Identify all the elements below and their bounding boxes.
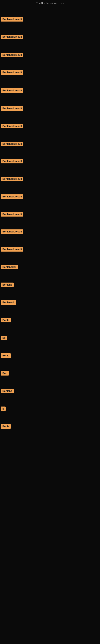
result-row: Bottleneck result bbox=[1, 17, 23, 22]
result-row: Bottleneck result bbox=[1, 159, 23, 164]
bottleneck-badge[interactable]: Bottleneck result bbox=[1, 34, 23, 39]
result-row: Bottleneck result bbox=[1, 142, 23, 147]
result-row: Bottleneck result bbox=[1, 53, 23, 58]
result-row: Bottle bbox=[1, 318, 11, 323]
result-row: Bottleneck result bbox=[1, 34, 23, 40]
result-row: Bottleneck result bbox=[1, 88, 23, 94]
bottleneck-badge[interactable]: Bottleneck bbox=[1, 300, 16, 305]
site-title: TheBottlenecker.com bbox=[0, 0, 100, 6]
bottleneck-badge[interactable]: Bottlene bbox=[1, 389, 14, 393]
bottleneck-badge[interactable]: Bottle bbox=[1, 424, 11, 429]
result-row: B bbox=[1, 406, 6, 412]
bottleneck-badge[interactable]: Bottleneck result bbox=[1, 194, 23, 199]
bottleneck-badge[interactable]: Bottleneck result bbox=[1, 53, 23, 57]
bottleneck-badge[interactable]: Bottleneck result bbox=[1, 212, 23, 216]
result-row: Bo bbox=[1, 336, 7, 341]
result-row: Bottleneck result bbox=[1, 212, 23, 217]
bottleneck-badge[interactable]: B bbox=[1, 406, 6, 411]
bottleneck-badge[interactable]: Bottleneck result bbox=[1, 142, 23, 146]
bottleneck-badge[interactable]: Bottlene bbox=[1, 282, 14, 287]
result-row: Bottleneck result bbox=[1, 247, 23, 252]
bottleneck-badge[interactable]: Bottleneck result bbox=[1, 88, 23, 93]
bottleneck-badge[interactable]: Bottleneck r bbox=[1, 265, 18, 269]
result-row: Bottleneck result bbox=[1, 177, 23, 182]
bottleneck-badge[interactable]: Bottleneck result bbox=[1, 17, 23, 22]
bottleneck-badge[interactable]: Bottle bbox=[1, 354, 11, 358]
result-row: Bottleneck result bbox=[1, 194, 23, 200]
bottleneck-badge[interactable]: Bottleneck result bbox=[1, 70, 23, 75]
result-row: Bottleneck bbox=[1, 300, 16, 306]
result-row: Bottleneck r bbox=[1, 265, 18, 270]
result-row: Bottleneck result bbox=[1, 230, 23, 235]
bottleneck-badge[interactable]: Bottleneck result bbox=[1, 124, 23, 128]
bottleneck-badge[interactable]: Bottleneck result bbox=[1, 177, 23, 181]
result-row: Bottlene bbox=[1, 389, 14, 394]
result-row: Bottleneck result bbox=[1, 124, 23, 129]
bottleneck-badge[interactable]: Bott bbox=[1, 371, 9, 376]
bottleneck-badge[interactable]: Bottleneck result bbox=[1, 159, 23, 164]
bottleneck-badge[interactable]: Bo bbox=[1, 336, 7, 340]
bottleneck-badge[interactable]: Bottleneck result bbox=[1, 247, 23, 252]
result-row: Bottleneck result bbox=[1, 106, 23, 112]
bottleneck-badge[interactable]: Bottle bbox=[1, 318, 11, 322]
result-row: Bottle bbox=[1, 424, 11, 430]
result-row: Bottlene bbox=[1, 282, 14, 288]
bottleneck-badge[interactable]: Bottleneck result bbox=[1, 106, 23, 111]
bottleneck-badge[interactable]: Bottleneck result bbox=[1, 230, 23, 234]
result-row: Bottleneck result bbox=[1, 70, 23, 76]
result-row: Bottle bbox=[1, 354, 11, 359]
result-row: Bott bbox=[1, 371, 9, 376]
